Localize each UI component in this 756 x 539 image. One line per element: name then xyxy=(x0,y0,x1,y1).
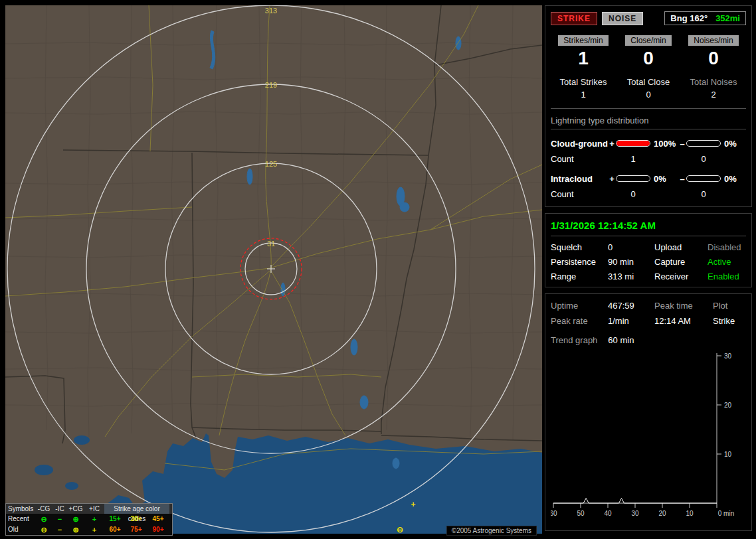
legend-col-neg-cg: -CG xyxy=(35,504,52,514)
old-pos-cg-icon: ⊕ xyxy=(67,524,84,535)
old-neg-cg-icon: ⊖ xyxy=(35,524,52,535)
cg-positive-count: 1 xyxy=(616,154,650,164)
current-timestamp: 1/31/2026 12:14:52 AM xyxy=(551,219,746,236)
strike-marker-old-negative: ⊖ xyxy=(397,525,403,534)
x-tick-60: 60 xyxy=(551,510,557,517)
age-30: 30+ xyxy=(126,514,147,524)
plus-sign: + xyxy=(608,174,616,184)
ring-label-31: 31 xyxy=(267,240,275,248)
range-value: 313 mi xyxy=(608,271,654,281)
squelch-value: 0 xyxy=(608,242,654,252)
bearing-display: Bng 162° 352mi xyxy=(664,11,746,25)
capture-label: Capture xyxy=(654,257,708,267)
cg-count-label: Count xyxy=(551,154,608,164)
squelch-label: Squelch xyxy=(551,242,608,252)
trend-graph-window: 60 min xyxy=(608,335,634,345)
persistence-value: 90 min xyxy=(608,257,654,267)
minus-sign: – xyxy=(678,174,686,184)
total-close-value: 0 xyxy=(646,90,650,100)
ic-count-label: Count xyxy=(551,189,608,199)
distribution-title: Lightning type distribution xyxy=(551,116,746,129)
strike-indicator[interactable]: STRIKE xyxy=(551,12,597,25)
old-neg-ic-icon: − xyxy=(52,524,67,535)
y-tick-30: 30 xyxy=(724,352,732,360)
divider xyxy=(551,236,746,236)
old-pos-ic-icon: + xyxy=(84,524,104,535)
total-strikes-value: 1 xyxy=(581,90,585,100)
ic-negative-bar xyxy=(686,175,721,182)
uptime-value: 467:59 xyxy=(608,301,654,311)
x-tick-40: 40 xyxy=(604,510,612,517)
intracloud-label: Intracloud xyxy=(551,174,608,184)
y-tick-20: 20 xyxy=(724,402,732,409)
recent-neg-ic-icon: − xyxy=(52,514,67,524)
ic-negative-pct: 0% xyxy=(721,174,741,184)
uptime-label: Uptime xyxy=(551,301,608,311)
plot-value: Strike xyxy=(713,316,746,326)
age-60: 60+ xyxy=(104,524,126,535)
legend-col-pos-ic: +IC xyxy=(84,504,104,514)
persistence-label: Persistence xyxy=(551,257,608,267)
noises-per-min-value: 0 xyxy=(708,48,719,69)
map-canvas: 313 219 125 31 + ⊖ xyxy=(5,5,542,534)
rates-panel: STRIKE NOISE Bng 162° 352mi Strikes/min … xyxy=(545,5,752,207)
minus-sign: – xyxy=(678,139,686,149)
plot-label: Plot xyxy=(713,301,746,311)
nexstorm-window: { "map": { "ring_labels": ["313", "219",… xyxy=(0,0,756,539)
total-strikes-label: Total Strikes xyxy=(560,77,607,87)
divider xyxy=(551,108,746,109)
capture-status: Active xyxy=(708,257,746,267)
x-tick-10: 10 xyxy=(686,510,694,517)
legend-symbols-header: Symbols xyxy=(6,504,35,514)
noises-per-min-header: Noises/min xyxy=(688,35,738,46)
ic-positive-pct: 0% xyxy=(650,174,678,184)
bearing-label: Bng 162° xyxy=(670,13,708,23)
cg-positive-bar xyxy=(616,140,650,147)
legend-col-neg-ic: -IC xyxy=(52,504,67,514)
peak-time-label: Peak time xyxy=(654,301,713,311)
total-noises-label: Total Noises xyxy=(690,77,737,87)
legend-col-pos-cg: +CG xyxy=(67,504,84,514)
trend-line-series xyxy=(553,498,717,502)
bearing-distance: 352mi xyxy=(715,13,740,23)
receiver-status: Enabled xyxy=(708,271,746,281)
range-label: Range xyxy=(551,271,608,281)
receiver-label: Receiver xyxy=(654,271,708,281)
strikes-per-min-header: Strikes/min xyxy=(558,35,608,46)
y-tick-10: 10 xyxy=(724,451,732,458)
recent-pos-ic-icon: + xyxy=(84,514,104,524)
ring-label-313: 313 xyxy=(265,7,277,15)
cg-negative-pct: 0% xyxy=(721,139,741,149)
lightning-map[interactable]: 313 219 125 31 + ⊖ Symbols -CG -IC +CG +… xyxy=(5,5,542,534)
x-tick-30: 30 xyxy=(631,510,639,517)
close-per-min-header: Close/min xyxy=(625,35,671,46)
noise-indicator[interactable]: NOISE xyxy=(602,12,643,25)
age-45: 45+ xyxy=(147,514,169,524)
strike-marker-old-positive: + xyxy=(411,500,415,509)
ic-negative-count: 0 xyxy=(686,189,721,199)
age-90: 90+ xyxy=(147,524,169,535)
peak-time-value: 12:14 AM xyxy=(654,316,713,326)
peak-rate-label: Peak rate xyxy=(551,316,608,326)
cg-negative-bar xyxy=(686,140,721,147)
cloud-ground-label: Cloud-ground xyxy=(551,139,608,149)
copyright-notice: ©2005 Astrogenic Systems xyxy=(446,526,537,536)
trend-panel: Uptime 467:59 Peak time Plot Peak rate 1… xyxy=(545,293,752,531)
close-per-min-value: 0 xyxy=(643,48,654,69)
upload-label: Upload xyxy=(654,242,708,252)
recent-neg-cg-icon: ⊖ xyxy=(35,514,52,524)
ring-label-219: 219 xyxy=(265,81,277,89)
peak-rate-value: 1/min xyxy=(608,316,654,326)
ic-positive-bar xyxy=(616,175,650,182)
legend-old-label: Old xyxy=(6,524,35,535)
x-tick-20: 20 xyxy=(658,510,666,517)
age-15: 15+ xyxy=(104,514,126,524)
cg-negative-count: 0 xyxy=(686,154,721,164)
x-tick-50: 50 xyxy=(577,510,585,517)
total-close-label: Total Close xyxy=(627,77,670,87)
sidebar: STRIKE NOISE Bng 162° 352mi Strikes/min … xyxy=(545,5,752,534)
age-75: 75+ xyxy=(126,524,147,535)
cg-positive-pct: 100% xyxy=(650,139,678,149)
trend-graph: 30 20 10 60 50 40 30 20 10 0 min xyxy=(551,349,747,523)
recent-pos-cg-icon: ⊕ xyxy=(67,514,84,524)
